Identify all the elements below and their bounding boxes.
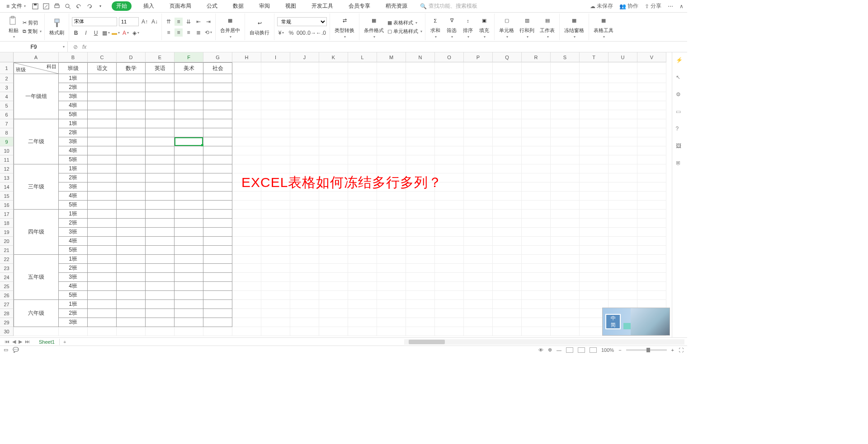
cell-S1[interactable] [551,62,580,74]
cell-I7[interactable] [261,119,290,128]
cell-V12[interactable] [637,164,666,173]
row-header-1[interactable]: 1 [0,62,14,74]
cell-Q4[interactable] [493,92,522,101]
col-header-K[interactable]: K [319,52,348,62]
row-header-24[interactable]: 24 [0,273,14,282]
page-layout-view-icon[interactable] [578,347,585,353]
cell-I1[interactable] [261,62,290,74]
cell-P22[interactable] [464,255,493,264]
cell-D10[interactable] [117,146,146,155]
cell-L21[interactable] [348,246,377,255]
cell-J25[interactable] [290,282,319,291]
cell-B17[interactable]: 1班 [59,210,88,219]
cell-H16[interactable] [232,201,261,210]
cell-M18[interactable] [377,219,406,228]
cell-K6[interactable] [319,110,348,119]
cell-G18[interactable] [203,219,232,228]
cell-L26[interactable] [348,291,377,300]
cell-A22[interactable]: 五年级 [14,255,59,300]
cell-K17[interactable] [319,210,348,219]
cell-K5[interactable] [319,101,348,110]
cell-J21[interactable] [290,246,319,255]
cell-C5[interactable] [88,101,117,110]
cell-I23[interactable] [261,264,290,273]
cell-I26[interactable] [261,291,290,300]
cell-E16[interactable] [146,201,175,210]
cell-T23[interactable] [580,264,609,273]
indent-increase-icon[interactable]: ⇥ [204,18,212,26]
cell-H19[interactable] [232,228,261,237]
cell-I11[interactable] [261,155,290,164]
cell-I9[interactable] [261,137,290,146]
cell-H30[interactable] [232,327,261,336]
cell-A27[interactable]: 六年级 [14,300,59,327]
cell-J29[interactable] [290,318,319,327]
cell-L24[interactable] [348,273,377,282]
cell-A2[interactable]: 一年级组 [14,74,59,119]
cell-H28[interactable] [232,309,261,318]
cell-F1[interactable]: 美术 [175,62,203,74]
cell-S30[interactable] [551,327,580,336]
cell-T17[interactable] [580,210,609,219]
cell-R13[interactable] [522,173,551,182]
cell-C24[interactable] [88,273,117,282]
cell-V16[interactable] [637,201,666,210]
cell-P17[interactable] [464,210,493,219]
cell-R10[interactable] [522,146,551,155]
sheet-first-icon[interactable]: ⏮ [5,339,9,345]
cell-E14[interactable] [146,182,175,192]
cell-C1[interactable]: 语文 [88,62,117,74]
cell-Q29[interactable] [493,318,522,327]
cell-R19[interactable] [522,228,551,237]
row-header-13[interactable]: 13 [0,173,14,182]
cell-J12[interactable] [290,164,319,173]
cell-S23[interactable] [551,264,580,273]
cell-V10[interactable] [637,146,666,155]
cell-E22[interactable] [146,255,175,264]
cell-P24[interactable] [464,273,493,282]
cells-area[interactable]: 科目班级班级语文数学英语美术社会一年级组1班2班3班4班5班二年级1班2班3班4… [14,62,672,337]
cell-N26[interactable] [406,291,435,300]
cell-Q7[interactable] [493,119,522,128]
row-header-20[interactable]: 20 [0,237,14,246]
cell-G25[interactable] [203,282,232,291]
page-break-view-icon[interactable] [590,347,597,353]
cell-S18[interactable] [551,219,580,228]
cell-M11[interactable] [377,155,406,164]
cell-K26[interactable] [319,291,348,300]
cell-V3[interactable] [637,83,666,92]
cell-B5[interactable]: 4班 [59,101,88,110]
tab-开发工具[interactable]: 开发工具 [308,1,337,11]
cell-M7[interactable] [377,119,406,128]
cell-U23[interactable] [609,264,637,273]
cell-B13[interactable]: 2班 [59,173,88,182]
cell-M22[interactable] [377,255,406,264]
cell-L7[interactable] [348,119,377,128]
col-header-A[interactable]: A [14,52,59,62]
cell-Q12[interactable] [493,164,522,173]
cell-B10[interactable]: 4班 [59,146,88,155]
cell-F22[interactable] [175,255,203,264]
cell-Q30[interactable] [493,327,522,336]
cell-N23[interactable] [406,264,435,273]
cell-N21[interactable] [406,246,435,255]
cell-C4[interactable] [88,92,117,101]
cell-E4[interactable] [146,92,175,101]
cell-V8[interactable] [637,128,666,137]
save-as-icon[interactable] [42,2,50,10]
cell-G9[interactable] [203,137,232,146]
cell-M23[interactable] [377,264,406,273]
cell-P9[interactable] [464,137,493,146]
col-header-R[interactable]: R [522,52,551,62]
col-header-M[interactable]: M [377,52,406,62]
sheet-prev-icon[interactable]: ◀ [12,339,16,345]
cell-J15[interactable] [290,192,319,201]
cell-B23[interactable]: 2班 [59,264,88,273]
cell-L29[interactable] [348,318,377,327]
cell-G27[interactable] [203,300,232,309]
cell-L17[interactable] [348,210,377,219]
cell-J8[interactable] [290,128,319,137]
cell-J30[interactable] [290,327,319,336]
align-center-icon[interactable]: ≡ [175,28,183,37]
cell-B14[interactable]: 3班 [59,182,88,192]
